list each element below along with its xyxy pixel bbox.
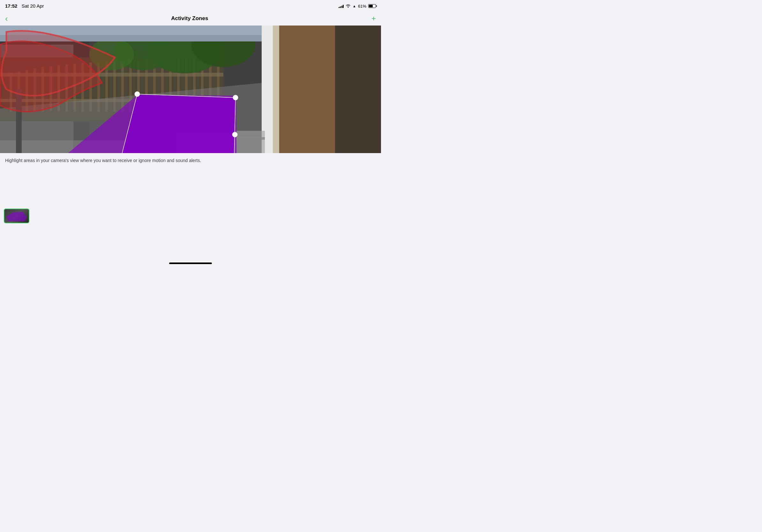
svg-point-53 <box>233 95 238 100</box>
back-button[interactable]: ‹ <box>5 14 8 23</box>
signal-icon <box>339 4 344 8</box>
zone-preview-section <box>0 168 381 263</box>
status-time: 17:52 Sat 20 Apr <box>5 3 44 9</box>
description: Highlight areas in your camera's view wh… <box>0 153 381 168</box>
page-title: Activity Zones <box>171 15 208 22</box>
svg-rect-43 <box>335 26 381 153</box>
location-icon: ▲ <box>352 4 356 8</box>
svg-point-52 <box>135 92 140 97</box>
svg-rect-41 <box>273 26 279 153</box>
svg-point-54 <box>232 132 237 137</box>
status-bar: 17:52 Sat 20 Apr ▲ 61% <box>0 0 381 12</box>
home-indicator <box>169 262 212 264</box>
zone-thumbnail[interactable] <box>4 209 29 223</box>
camera-svg <box>0 26 381 153</box>
status-right: ▲ 61% <box>339 4 376 9</box>
camera-view[interactable] <box>0 26 381 153</box>
battery-percentage: 61% <box>358 4 366 9</box>
add-button[interactable]: + <box>371 15 376 22</box>
wifi-icon <box>345 4 351 9</box>
battery-icon <box>368 4 376 8</box>
nav-bar: ‹ Activity Zones + <box>0 12 381 26</box>
